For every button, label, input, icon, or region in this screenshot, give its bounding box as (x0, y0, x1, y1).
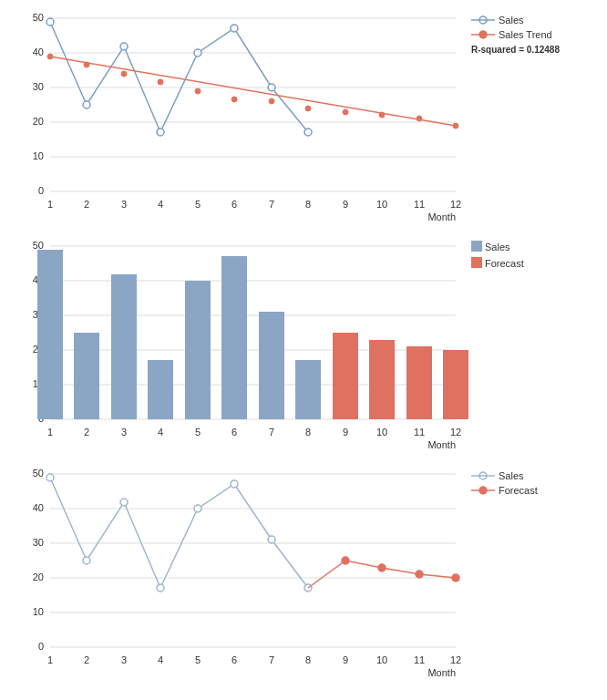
svg-text:5: 5 (195, 427, 201, 438)
bar-sales-5 (185, 281, 211, 419)
svg-text:6: 6 (231, 199, 237, 210)
bar-sales-3 (111, 274, 137, 419)
svg-text:2: 2 (84, 199, 89, 210)
svg-text:10: 10 (376, 199, 387, 210)
svg-text:3: 3 (121, 199, 127, 210)
svg-text:12: 12 (450, 427, 461, 438)
svg-text:0: 0 (38, 185, 44, 196)
svg-text:20: 20 (33, 116, 44, 127)
svg-text:9: 9 (343, 427, 348, 438)
svg-point-44 (417, 116, 422, 121)
svg-point-32 (304, 129, 312, 136)
svg-point-43 (379, 112, 385, 118)
bar-sales-6 (221, 256, 247, 419)
svg-text:Forecast: Forecast (499, 485, 538, 496)
svg-text:Sales Trend: Sales Trend (499, 29, 552, 40)
svg-text:Sales: Sales (485, 242, 510, 252)
svg-point-36 (121, 71, 127, 77)
svg-point-112 (231, 480, 238, 488)
svg-text:0: 0 (38, 641, 44, 652)
svg-text:12: 12 (450, 199, 461, 210)
svg-text:30: 30 (33, 81, 44, 92)
svg-text:2: 2 (84, 654, 89, 665)
svg-text:40: 40 (33, 502, 44, 513)
svg-text:50: 50 (33, 240, 44, 251)
svg-text:10: 10 (33, 150, 44, 161)
svg-text:7: 7 (269, 654, 274, 665)
svg-point-40 (269, 98, 274, 104)
svg-text:1: 1 (47, 654, 53, 665)
svg-text:6: 6 (231, 654, 237, 665)
bar-forecast-11 (406, 346, 432, 419)
svg-text:Month: Month (427, 667, 456, 678)
svg-point-39 (231, 97, 237, 102)
svg-text:Sales: Sales (499, 470, 524, 481)
svg-text:Month: Month (427, 439, 456, 450)
svg-text:4: 4 (158, 654, 163, 665)
svg-point-110 (157, 584, 164, 592)
svg-point-117 (416, 571, 423, 578)
bar-forecast-12 (443, 350, 468, 419)
svg-point-45 (453, 123, 458, 129)
chart2-svg: 0 10 20 30 40 50 1 2 3 4 5 6 7 8 9 10 11… (9, 237, 592, 456)
bar-sales-1 (37, 250, 63, 419)
svg-text:3: 3 (121, 654, 127, 665)
svg-point-34 (47, 54, 53, 59)
svg-point-30 (231, 25, 238, 32)
svg-text:Forecast: Forecast (485, 258, 524, 269)
svg-point-37 (158, 79, 163, 85)
svg-point-29 (194, 49, 201, 57)
svg-text:5: 5 (195, 654, 201, 665)
bar-sales-8 (295, 360, 321, 419)
svg-point-41 (305, 106, 311, 111)
svg-text:R-squared = 0.12488: R-squared = 0.12488 (471, 45, 560, 55)
svg-point-35 (84, 62, 89, 67)
svg-text:3: 3 (121, 427, 127, 438)
charts-container: 0 10 20 30 40 50 1 2 3 4 5 6 7 8 9 10 11… (0, 0, 607, 700)
svg-point-111 (194, 505, 201, 512)
svg-text:7: 7 (269, 199, 274, 210)
svg-text:7: 7 (269, 427, 274, 438)
svg-text:5: 5 (195, 199, 201, 210)
bar-forecast-10 (369, 340, 395, 419)
svg-point-42 (343, 109, 348, 115)
chart2-wrapper: 0 10 20 30 40 50 1 2 3 4 5 6 7 8 9 10 11… (9, 237, 592, 456)
bar-forecast-9 (333, 333, 358, 419)
svg-text:6: 6 (231, 427, 237, 438)
bar-sales-7 (259, 312, 284, 419)
svg-point-108 (83, 557, 90, 564)
svg-rect-78 (471, 241, 482, 252)
svg-text:10: 10 (376, 654, 387, 665)
svg-text:12: 12 (450, 654, 461, 665)
svg-line-33 (50, 57, 456, 126)
chart1-svg: 0 10 20 30 40 50 1 2 3 4 5 6 7 8 9 10 11… (9, 9, 592, 228)
svg-point-31 (268, 84, 275, 91)
svg-point-26 (83, 101, 90, 108)
svg-point-115 (342, 557, 349, 564)
chart3-wrapper: 0 10 20 30 40 50 1 2 3 4 5 6 7 8 9 10 11… (9, 465, 592, 684)
svg-point-25 (46, 18, 54, 26)
bar-sales-4 (148, 360, 173, 419)
svg-text:20: 20 (33, 571, 44, 582)
svg-point-116 (378, 564, 386, 571)
svg-rect-80 (471, 257, 482, 268)
svg-text:30: 30 (33, 537, 44, 548)
svg-text:10: 10 (376, 427, 387, 438)
svg-text:4: 4 (158, 427, 163, 438)
svg-text:11: 11 (414, 199, 425, 210)
bar-sales-2 (74, 333, 99, 419)
svg-text:8: 8 (305, 654, 311, 665)
svg-text:8: 8 (305, 427, 311, 438)
chart3-svg: 0 10 20 30 40 50 1 2 3 4 5 6 7 8 9 10 11… (9, 465, 592, 684)
svg-point-109 (120, 499, 128, 506)
svg-text:8: 8 (305, 199, 311, 210)
svg-point-118 (452, 574, 459, 582)
svg-text:1: 1 (47, 427, 53, 438)
svg-text:Sales: Sales (499, 15, 524, 26)
svg-text:50: 50 (33, 12, 44, 23)
svg-text:11: 11 (414, 427, 425, 438)
svg-point-38 (195, 88, 201, 94)
svg-text:Month: Month (427, 211, 456, 222)
svg-text:1: 1 (47, 199, 53, 210)
svg-text:50: 50 (33, 468, 44, 479)
